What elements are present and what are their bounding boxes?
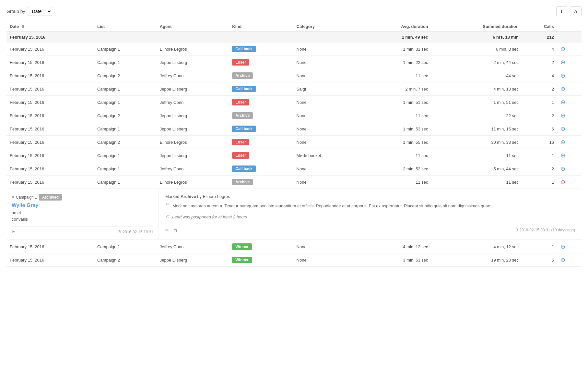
action-icons: ✏ 🗑 [165, 227, 178, 233]
cell-kind: Loser [229, 149, 293, 162]
cell-kind: Call back [229, 122, 293, 136]
cell-action[interactable]: ⊕ [557, 56, 582, 69]
expand-icon[interactable]: ⊕ [560, 86, 565, 92]
cell-avg-duration: 2 min, 52 sec [360, 162, 431, 176]
action-row: ✏ 🗑 ⏱ 2016-02-15 08:31 (10 days ago) [165, 224, 575, 233]
cell-category: None [293, 162, 360, 176]
postponed-text: Lead was postponed for at least 2 hours [172, 214, 247, 219]
kind-badge: Winner [232, 243, 252, 250]
cell-list: Campaign 1 [94, 149, 157, 162]
print-button[interactable]: 🖨 [570, 6, 582, 16]
cell-date: February 15, 2016 [6, 136, 94, 149]
expand-icon[interactable]: ⊕ [560, 126, 565, 132]
cell-agent: Jeppe Liisberg [157, 56, 229, 69]
cell-avg-duration: 3 min, 53 sec [360, 253, 431, 267]
timestamp-right: ⏱ 2016-02-15 08:31 (10 days ago) [514, 228, 575, 232]
cell-list: Campaign 1 [94, 162, 157, 176]
download-button[interactable]: ⬇ [556, 6, 567, 16]
edit-icon[interactable]: ✏ [165, 227, 169, 233]
group-by-select[interactable]: Date Agent List Kind [28, 7, 52, 16]
cell-category: None [293, 43, 360, 56]
status-badge: Archived [39, 194, 62, 201]
kind-badge: Archive [232, 179, 253, 185]
cell-calls: 4 [522, 69, 557, 82]
kind-badge: Archive [232, 72, 253, 79]
expand-icon[interactable]: ⊕ [560, 139, 565, 145]
col-action [557, 21, 582, 32]
col-avg-duration: Avg. duration [360, 21, 431, 32]
cell-kind: Loser [229, 136, 293, 149]
col-summed-duration: Summed duration [431, 21, 522, 32]
cell-calls: 2 [522, 109, 557, 122]
cell-kind: Winner [229, 240, 293, 253]
cell-action[interactable]: ⊕ [557, 69, 582, 82]
cell-category: Møde booket [293, 149, 360, 162]
lead-name[interactable]: Wylie Gray [12, 202, 153, 208]
expand-icon[interactable]: ⊕ [560, 257, 565, 263]
expand-icon[interactable]: ⊕ [560, 112, 565, 119]
cell-action[interactable]: ⊕ [557, 122, 582, 136]
cell-calls: 2 [522, 162, 557, 176]
cell-action[interactable]: ⊕ [557, 109, 582, 122]
cell-summed-duration: 11 sec [431, 176, 522, 189]
cell-list: Campaign 1 [94, 96, 157, 109]
cell-action[interactable]: ⊕ [557, 43, 582, 56]
cell-action[interactable]: ⊕ [557, 149, 582, 162]
cell-date: February 15, 2016 [6, 176, 94, 189]
collapse-icon[interactable]: ⊖ [560, 179, 565, 185]
cell-list: Campaign 2 [94, 69, 157, 82]
cell-category: None [293, 96, 360, 109]
cell-list: Campaign 1 [94, 240, 157, 253]
cell-calls: 1 [522, 149, 557, 162]
cell-kind: Archive [229, 69, 293, 82]
expand-icon[interactable]: ⊕ [560, 72, 565, 79]
cell-agent: Jeffrey Conn [157, 162, 229, 176]
cell-action[interactable]: ⊕ [557, 240, 582, 253]
cell-date: February 15, 2016 [6, 149, 94, 162]
group-row: February 15, 2016 1 min, 49 sec 6 hrs, 1… [6, 32, 582, 43]
lead-flag-row: ⚑ ⏱ 2016-02-15 10:31 [12, 226, 153, 234]
table-row: February 15, 2016 Campaign 2 Jeffrey Con… [6, 69, 582, 82]
quote-icon: ❝ [165, 202, 169, 210]
expand-icon[interactable]: ⊕ [560, 165, 565, 172]
cell-calls: 1 [522, 240, 557, 253]
cell-action[interactable]: ⊖ [557, 176, 582, 189]
cell-calls: 5 [522, 253, 557, 267]
cell-action[interactable]: ⊕ [557, 96, 582, 109]
cell-action[interactable]: ⊕ [557, 162, 582, 176]
cell-action[interactable]: ⊕ [557, 82, 582, 96]
cell-avg-duration: 1 min, 31 sec [360, 43, 431, 56]
cell-action[interactable]: ⊕ [557, 136, 582, 149]
campaign-label: ≡ Campaign 1 Archived [12, 194, 153, 201]
cell-kind: Archive [229, 109, 293, 122]
expand-icon[interactable]: ⊕ [560, 46, 565, 52]
expand-icon[interactable]: ⊕ [560, 99, 565, 105]
toolbar: Group by Date Agent List Kind ⬇ 🖨 [6, 6, 582, 16]
delete-icon[interactable]: 🗑 [173, 227, 178, 233]
cell-date: February 15, 2016 [6, 43, 94, 56]
col-date[interactable]: Date ⇅ [6, 21, 94, 32]
cell-action[interactable]: ⊕ [557, 253, 582, 267]
cell-date: February 15, 2016 [6, 109, 94, 122]
cell-calls: 6 [522, 122, 557, 136]
table-row: February 15, 2016 Campaign 2 Elinore Leg… [6, 136, 582, 149]
cell-agent: Jeffrey Conn [157, 96, 229, 109]
cell-agent: Jeffrey Conn [157, 240, 229, 253]
expanded-content: ≡ Campaign 1 Archived Wylie Gray amet co… [6, 189, 582, 240]
table-row: February 15, 2016 Campaign 1 Jeppe Liisb… [6, 149, 582, 162]
cell-agent: Elinore Legros [157, 176, 229, 189]
lead-detail-line2: convallis [12, 216, 153, 223]
list-icon: ≡ [12, 195, 14, 200]
cell-category: Salg! [293, 82, 360, 96]
clock-icon: ⏱ [165, 214, 170, 219]
cell-avg-duration: 11 sec [360, 69, 431, 82]
expand-icon[interactable]: ⊕ [560, 59, 565, 66]
cell-list: Campaign 2 [94, 136, 157, 149]
expand-icon[interactable]: ⊕ [560, 152, 565, 159]
expand-icon[interactable]: ⊕ [560, 243, 565, 250]
flag-icon[interactable]: ⚑ [12, 230, 15, 234]
table-row: February 15, 2016 Campaign 1 Elinore Leg… [6, 43, 582, 56]
table-row: February 15, 2016 Campaign 2 Jeppe Liisb… [6, 253, 582, 267]
cell-avg-duration: 4 min, 12 sec [360, 240, 431, 253]
group-by-label: Group by [6, 9, 25, 14]
